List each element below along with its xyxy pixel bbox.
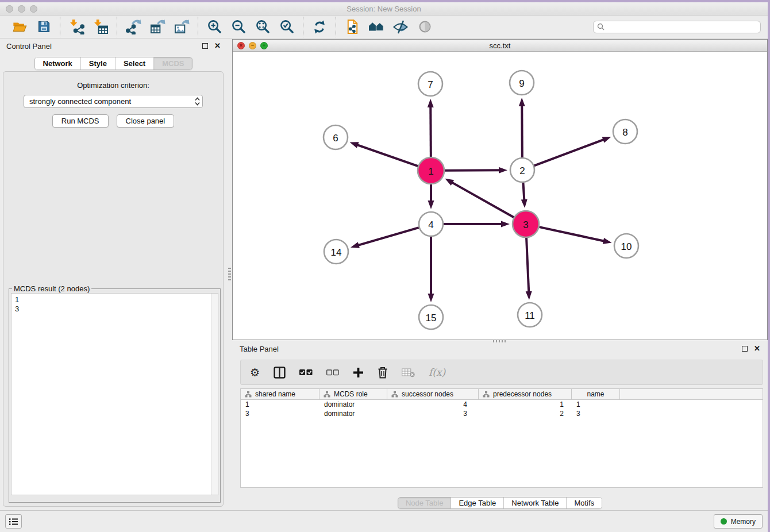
network-canvas[interactable]: 1234678910111415 [233,52,767,340]
optimization-criterion-label: Optimization criterion: [3,81,223,90]
graph-node-6[interactable]: 6 [324,125,348,149]
graph-edge-2-8[interactable] [534,140,605,166]
graph-node-1[interactable]: 1 [418,157,444,184]
float-table-panel-icon[interactable] [742,346,748,352]
graph-edge-arrowhead [519,98,525,106]
hierarchy-icon [245,391,252,398]
zoom-in-button[interactable] [203,17,225,37]
close-window-button[interactable] [6,5,13,13]
graph-node-10[interactable]: 10 [614,234,638,258]
delete-table-icon[interactable] [402,368,415,377]
graph-edge-1-7[interactable] [430,106,431,157]
table-cell[interactable]: 1 [479,400,572,408]
graph-node-14[interactable]: 14 [324,240,348,264]
float-panel-icon[interactable] [202,43,208,49]
graph-node-9[interactable]: 9 [510,71,534,95]
task-history-button[interactable] [5,514,22,529]
open-session-button[interactable] [9,17,30,37]
graph-edge-1-2[interactable] [445,170,500,171]
tab-node-table[interactable]: Node Table [398,498,451,508]
delete-columns-icon[interactable] [378,367,388,379]
close-table-panel-icon[interactable]: ✕ [754,346,760,352]
network-window-titlebar[interactable]: × − + scc.txt [233,40,767,52]
graph-edge-1-6[interactable] [357,145,418,166]
criterion-dropdown[interactable]: strongly connected component [24,95,203,108]
graph-node-4[interactable]: 4 [419,212,443,236]
tab-network[interactable]: Network [35,57,80,70]
tab-mcds[interactable]: MCDS [153,57,192,70]
network-close-button[interactable]: × [237,42,245,49]
table-settings-icon[interactable]: ⚙ [250,367,260,378]
graph-edge-2-3[interactable] [523,183,524,201]
graph-edge-4-14[interactable] [357,228,418,245]
save-session-button[interactable] [33,17,55,37]
first-neighbors-button[interactable] [365,17,387,37]
function-builder-icon[interactable]: f(x) [429,367,445,378]
run-mcds-button[interactable]: Run MCDS [52,114,109,128]
table-row[interactable]: 1dominator411 [241,400,763,409]
graph-node-2[interactable]: 2 [510,158,534,182]
search-input[interactable] [607,23,757,31]
graph-node-11[interactable]: 11 [518,303,542,327]
column-layout-icon[interactable] [274,367,286,379]
show-all-button[interactable] [414,17,436,37]
network-maximize-button[interactable]: + [260,42,268,49]
table-cell[interactable]: 3 [387,410,479,418]
memory-button[interactable]: Memory [714,514,763,529]
graph-edge-arrowhead [428,99,434,107]
zoom-fit-button[interactable] [252,17,274,37]
graph-edge-3-10[interactable] [539,227,604,241]
vertical-splitter-handle[interactable] [228,268,231,280]
export-table-button[interactable] [147,17,168,37]
tab-motifs[interactable]: Motifs [566,498,602,508]
column-header-predecessor-nodes[interactable]: predecessor nodes [479,389,572,399]
tab-network-table[interactable]: Network Table [503,498,566,508]
column-header-mcds-role[interactable]: MCDS role [319,389,387,399]
graph-edge-2-9[interactable] [522,105,522,157]
table-cell[interactable]: 4 [387,400,479,408]
column-header-shared-name[interactable]: shared name [241,389,319,399]
column-header-name[interactable]: name [572,389,620,399]
clone-network-button[interactable] [341,17,363,37]
tab-select[interactable]: Select [115,57,153,70]
svg-text:1: 1 [428,166,433,177]
export-network-button[interactable] [122,17,144,37]
table-cell[interactable]: 1 [241,400,319,408]
graph-edge-3-11[interactable] [526,238,529,292]
hide-selected-button[interactable] [390,17,411,37]
column-header-successor-nodes[interactable]: successor nodes [387,389,479,399]
tab-style[interactable]: Style [80,57,115,70]
minimize-window-button[interactable] [18,5,25,13]
table-cell[interactable]: 3 [241,410,319,418]
graph-node-3[interactable]: 3 [513,211,539,237]
hide-all-columns-icon[interactable] [326,369,339,376]
table-cell[interactable]: dominator [319,400,387,408]
result-scrollbar[interactable] [211,294,218,495]
mcds-result-list[interactable]: 13 [11,293,218,495]
add-column-icon[interactable] [353,367,364,378]
table-row[interactable]: 3dominator323 [241,409,763,418]
zoom-out-button[interactable] [228,17,249,37]
apply-layout-button[interactable] [309,17,330,37]
table-cell[interactable]: 1 [572,400,620,408]
application-window: Session: New Session [0,2,768,532]
tab-edge-table[interactable]: Edge Table [451,498,503,508]
graph-node-7[interactable]: 7 [418,72,442,96]
table-panel-header: Table Panel ✕ [232,342,768,356]
graph-edge-3-1[interactable] [452,182,514,217]
show-all-columns-icon[interactable] [299,369,313,376]
search-box[interactable] [593,21,761,33]
graph-node-15[interactable]: 15 [419,305,443,329]
table-cell[interactable]: 2 [479,410,572,418]
close-panel-button[interactable]: Close panel [117,114,175,128]
network-minimize-button[interactable]: − [249,42,256,49]
import-table-button[interactable] [90,17,111,37]
table-cell[interactable]: dominator [319,410,387,418]
graph-node-8[interactable]: 8 [613,119,637,144]
import-network-button[interactable] [66,17,87,37]
export-image-button[interactable] [171,17,192,37]
close-panel-icon[interactable]: ✕ [214,43,221,49]
table-cell[interactable]: 3 [572,410,620,418]
zoom-window-button[interactable] [30,5,37,13]
zoom-selected-button[interactable] [276,17,298,37]
